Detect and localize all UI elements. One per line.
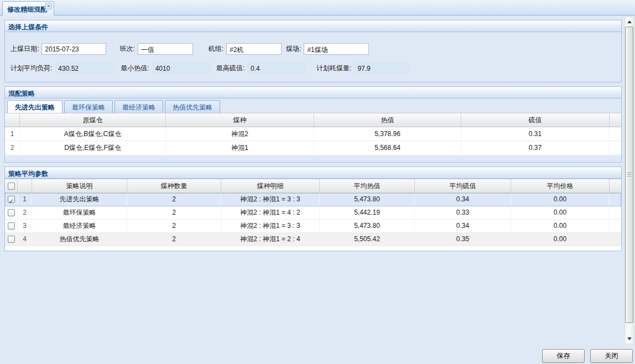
averages-grid-header: 策略说明 煤种数量 煤种明细 平均热值 平均硫值 平均价格	[5, 179, 621, 193]
scroll-up-button[interactable]	[625, 17, 633, 27]
cell-spacer	[610, 127, 621, 141]
cell-avg-heat: 5,473.80	[320, 220, 415, 232]
unit-label: 机组:	[209, 44, 223, 54]
cell-avg-sulfur: 0.34	[415, 193, 511, 206]
arrow-down-icon	[627, 337, 632, 340]
table-row[interactable]: 2 最环保策略 2 神混2 : 神混1 = 4 : 2 5,442.19 0.3…	[5, 206, 621, 220]
conditions-form: 上煤日期: 2015-07-23 班次: 一值 机组: #2机 煤场: #1煤场…	[5, 32, 621, 82]
col-raw-bunker[interactable]: 原煤仓	[20, 113, 166, 127]
row-number-header	[5, 113, 20, 127]
cell-avg-price: 0.00	[511, 233, 610, 246]
shift-input[interactable]: 一值	[138, 43, 193, 55]
cell-strategy-name: 最环保策略	[32, 206, 127, 219]
cell-avg-sulfur: 0.33	[415, 206, 511, 219]
row-number: 1	[5, 127, 20, 141]
averages-grid: 策略说明 煤种数量 煤种明细 平均热值 平均硫值 平均价格 1 先进先出策略 2…	[5, 179, 621, 251]
checkbox-cell	[5, 206, 18, 219]
cell-avg-price: 0.00	[511, 193, 610, 206]
cell-strategy-name: 热值优先策略	[32, 233, 127, 246]
conditions-row-2: 计划平均负荷: 430.52 最小热值: 4010 最高硫值: 0.4 计划耗煤…	[11, 62, 616, 74]
shift-label: 班次:	[119, 44, 134, 54]
coalyard-label: 煤场:	[286, 44, 301, 54]
row-number: 2	[5, 141, 20, 154]
tab-strip: 修改精细混配 ×	[0, 0, 635, 15]
row-checkbox[interactable]	[8, 196, 15, 203]
coal-date-label: 上煤日期:	[11, 44, 39, 54]
cell-avg-sulfur: 0.35	[415, 233, 511, 246]
tab-fifo-strategy[interactable]: 先进先出策略	[7, 100, 63, 113]
coal-date-input[interactable]: 2015-07-23	[41, 43, 106, 55]
col-coal-type[interactable]: 煤种	[166, 113, 314, 127]
cell-bunkers: A煤仓,B煤仓,C煤仓	[20, 127, 166, 141]
col-strategy-name[interactable]: 策略说明	[32, 179, 127, 193]
panel-strategy: 混配策略 先进先出策略 最环保策略 最经济策略 热值优先策略 原煤仓 煤种 热值…	[4, 86, 622, 163]
footer-toolbar: 保存 关闭	[542, 349, 633, 363]
checkbox-cell	[5, 233, 18, 246]
close-icon[interactable]: ×	[45, 3, 52, 9]
thumb-grip-icon	[627, 173, 632, 177]
close-button[interactable]: 关闭	[590, 349, 633, 363]
min-heat-label: 最小热值:	[121, 64, 149, 73]
planned-consumption-value: 97.9	[354, 63, 409, 74]
row-number: 4	[18, 233, 32, 246]
max-sulfur-value: 0.4	[247, 63, 307, 74]
tab-modify-fine-blend[interactable]: 修改精细混配 ×	[2, 1, 54, 15]
col-heat-value[interactable]: 热值	[314, 113, 461, 127]
tab-heat-priority-strategy[interactable]: 热值优先策略	[165, 100, 220, 113]
avg-load-label: 计划平均负荷:	[11, 64, 52, 73]
cell-spacer	[610, 220, 621, 232]
table-row[interactable]: 3 最经济策略 2 神混2 : 神混1 = 3 : 3 5,473.80 0.3…	[5, 220, 621, 233]
panel-averages-title: 策略平均参数	[5, 167, 621, 179]
save-button[interactable]: 保存	[542, 349, 585, 363]
panel-averages: 策略平均参数 策略说明 煤种数量 煤种明细 平均热值 平均硫值 平均价格 1 先…	[4, 167, 622, 251]
cell-spacer	[610, 141, 621, 154]
col-avg-sulfur[interactable]: 平均硫值	[415, 179, 511, 193]
cell-strategy-name: 先进先出策略	[32, 193, 127, 206]
col-coal-count[interactable]: 煤种数量	[127, 179, 221, 193]
row-checkbox[interactable]	[8, 236, 15, 243]
select-all-checkbox[interactable]	[8, 183, 15, 190]
cell-coal-count: 2	[127, 220, 221, 232]
tab-economic-strategy[interactable]: 最经济策略	[114, 100, 163, 113]
col-avg-heat[interactable]: 平均热值	[320, 179, 415, 193]
cell-coal-type: 神混1	[166, 141, 314, 154]
strategy-tabbar: 先进先出策略 最环保策略 最经济策略 热值优先策略	[5, 98, 621, 113]
scroll-down-button[interactable]	[625, 334, 633, 344]
cell-avg-price: 0.00	[511, 220, 610, 232]
table-row[interactable]: 1 先进先出策略 2 神混2 : 神混1 = 3 : 3 5,473.80 0.…	[5, 193, 621, 206]
table-row[interactable]: 4 热值优先策略 2 神混2 : 神混1 = 2 : 4 5,505.42 0.…	[5, 233, 621, 246]
max-sulfur-label: 最高硫值:	[216, 64, 244, 73]
cell-sulfur: 0.37	[461, 141, 610, 154]
arrow-up-icon	[627, 20, 632, 23]
col-coal-detail[interactable]: 煤种明细	[221, 179, 320, 193]
cell-coal-count: 2	[127, 193, 221, 206]
checkbox-cell	[5, 220, 18, 232]
scrollbar-thumb[interactable]	[625, 27, 633, 323]
panel-strategy-title: 混配策略	[5, 87, 621, 98]
cell-coal-detail: 神混2 : 神混1 = 4 : 2	[221, 206, 320, 219]
select-all-cell	[5, 179, 18, 193]
table-row[interactable]: 2 D煤仓,E煤仓,F煤仓 神混1 5,568.64 0.37	[5, 141, 621, 155]
row-number-header	[18, 179, 32, 193]
conditions-row-1: 上煤日期: 2015-07-23 班次: 一值 机组: #2机 煤场: #1煤场	[11, 43, 616, 55]
row-number: 2	[18, 206, 32, 219]
cell-coal-count: 2	[127, 206, 221, 219]
col-spacer	[610, 113, 621, 127]
col-spacer	[610, 179, 621, 193]
col-avg-price[interactable]: 平均价格	[511, 179, 610, 193]
vertical-scrollbar[interactable]	[624, 17, 634, 344]
cell-avg-price: 0.00	[511, 206, 610, 219]
cell-heat-value: 5,378.96	[314, 127, 461, 141]
tab-eco-strategy[interactable]: 最环保策略	[64, 100, 113, 113]
table-row[interactable]: 1 A煤仓,B煤仓,C煤仓 神混2 5,378.96 0.31	[5, 127, 621, 141]
coalyard-input[interactable]: #1煤场	[304, 43, 369, 55]
panel-conditions-title: 选择上煤条件	[5, 20, 621, 32]
row-checkbox[interactable]	[8, 222, 15, 230]
cell-avg-sulfur: 0.34	[415, 220, 511, 232]
cell-coal-detail: 神混2 : 神混1 = 2 : 4	[221, 233, 320, 246]
cell-coal-type: 神混2	[166, 127, 314, 141]
unit-input[interactable]: #2机	[226, 43, 282, 55]
row-number: 1	[18, 193, 32, 206]
row-checkbox[interactable]	[8, 209, 15, 216]
col-sulfur-value[interactable]: 硫值	[461, 113, 610, 127]
